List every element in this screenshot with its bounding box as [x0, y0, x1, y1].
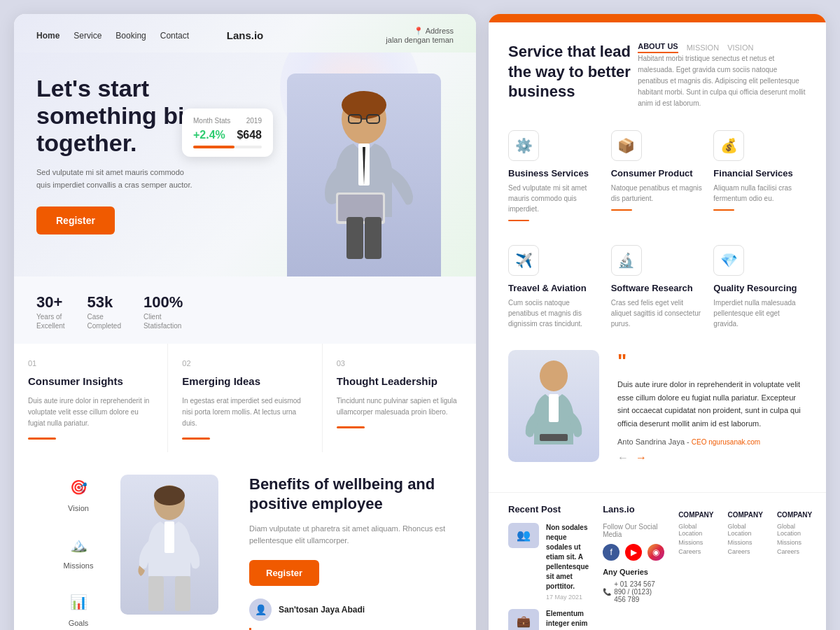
card-desc-2: Tincidunt nunc pulvinar sapien et ligula…	[337, 396, 462, 418]
prev-arrow-button[interactable]: ←	[617, 451, 629, 464]
tab-about-us[interactable]: ABOUT US	[638, 42, 678, 53]
service-divider-2	[713, 209, 734, 211]
query-phone: 📞 + 01 234 567 890 / (0123) 456 789	[603, 580, 664, 603]
testimonial-author: 👤 San'tosan Jaya Abadi	[249, 598, 454, 621]
footer-col-title-0: COMPANY	[678, 511, 713, 519]
youtube-icon[interactable]: ▶	[625, 544, 642, 561]
recent-posts: Recent Post 👥 Non sodales neque sodales …	[508, 504, 589, 630]
svg-rect-9	[365, 217, 382, 259]
post-info-1: Elementum integer enim neque volutpat ac…	[546, 609, 589, 630]
hero-person-svg	[301, 77, 427, 273]
service-divider-0	[508, 220, 529, 221]
aviation-icon: ✈️	[508, 245, 539, 276]
card-title-2: Thought Leadership	[337, 374, 462, 388]
nav-contact[interactable]: Contact	[160, 31, 189, 41]
card-line-2	[337, 426, 365, 428]
benefit-goals: 📊 Goals	[36, 589, 120, 627]
phone-icon: 📞	[603, 588, 611, 596]
service-divider-1	[611, 209, 632, 211]
facebook-icon[interactable]: f	[603, 544, 620, 561]
goals-icon: 📊	[66, 589, 91, 615]
num-cases: 53k Case Completed	[88, 293, 121, 330]
card-num-0: 01	[28, 359, 153, 368]
service-business: ⚙️ Business Services Sed vulputate mi si…	[508, 123, 601, 228]
num-cases-value: 53k	[88, 293, 121, 312]
benefits-person-illustration	[120, 475, 218, 615]
service-desc-4: Cras sed felis eget velit aliquet sagitt…	[611, 298, 704, 329]
testimonial-svg	[519, 354, 589, 458]
queries-label: Any Queries	[603, 568, 664, 576]
business-services-icon: ⚙️	[508, 130, 539, 161]
post-thumb-1: 💼	[508, 609, 539, 630]
hero-subtitle: Sed vulputate mi sit amet mauris commodo…	[36, 167, 197, 191]
num-years-label2: Excellent	[36, 322, 65, 330]
svg-rect-8	[346, 217, 363, 259]
benefit-vision: 🎯 Vision	[36, 475, 120, 512]
service-desc-2: Aliquam nulla facilisi cras fermentum od…	[713, 183, 806, 204]
author-name: San'tosan Jaya Abadi	[279, 605, 365, 615]
benefits-text: Benefits of wellbeing and positive emplo…	[232, 475, 454, 631]
nav-home[interactable]: Home	[36, 31, 59, 41]
footer-col-item-10: Global Location	[728, 523, 763, 537]
testimonial-section: " Duis aute irure dolor in reprehenderit…	[508, 350, 806, 464]
num-cases-label1: Case	[88, 313, 121, 321]
card-line-0	[28, 438, 56, 440]
post-item-0: 👥 Non sodales neque sodales ut etiam sit…	[508, 523, 589, 601]
next-arrow-button[interactable]: →	[636, 451, 647, 464]
tab-mission[interactable]: MISSION	[687, 43, 719, 52]
service-name-2: Financial Services	[713, 168, 806, 178]
service-desc-0: Sed vulputate mi sit amet mauris commodo…	[508, 183, 601, 214]
service-name-1: Consumer Product	[611, 168, 704, 178]
goals-label: Goals	[69, 619, 89, 627]
post-thumb-0: 👥	[508, 523, 539, 548]
svg-point-15	[540, 360, 568, 391]
service-aviation: ✈️ Treavel & Aviation Cum sociis natoque…	[508, 238, 601, 336]
service-desc-1: Natoque penatibus et magnis dis parturie…	[611, 183, 704, 204]
nav-address: 📍Address jalan dengan teman	[386, 27, 454, 44]
footer-col-item-21: Missions	[777, 539, 812, 546]
service-name-5: Quality Resourcing	[713, 283, 806, 293]
lans-info: Lans.io Follow Our Social Media f ▶ ◉ An…	[603, 504, 664, 630]
stats-label-year: 2019	[246, 117, 262, 125]
right-panel: Service that lead the way to better busi…	[489, 14, 826, 630]
benefits-register-button[interactable]: Register	[249, 560, 319, 586]
quality-resourcing-icon: 💎	[713, 245, 744, 276]
footer-col-1: COMPANY Global Location Missions Careers	[728, 511, 763, 557]
service-grid: ⚙️ Business Services Sed vulputate mi si…	[508, 123, 806, 336]
num-years-value: 30+	[36, 293, 65, 312]
top-bar	[489, 14, 826, 22]
left-panel: Home Service Booking Contact Lans.io 📍Ad…	[14, 14, 476, 630]
card-desc-0: Duis aute irure dolor in reprehenderit i…	[28, 396, 153, 429]
service-quality: 💎 Quality Resourcing Imperdiet nulla mal…	[713, 238, 806, 336]
nav-brand: Lans.io	[227, 29, 264, 41]
service-desc-3: Cum sociis natoque penatibus et magnis d…	[508, 298, 601, 329]
footer-col-title-1: COMPANY	[728, 511, 763, 519]
missions-icon: 🏔️	[66, 532, 91, 557]
nav-service[interactable]: Service	[74, 31, 102, 41]
social-icons: f ▶ ◉	[603, 544, 664, 561]
tab-vision[interactable]: VISION	[727, 43, 753, 52]
post-info-0: Non sodales neque sodales ut etiam sit. …	[546, 523, 589, 601]
service-tabs: ABOUT US MISSION VISION	[638, 42, 806, 53]
hero-section: Let's start something big together. Sed …	[14, 52, 476, 276]
post-date-0: 17 May 2021	[546, 594, 589, 601]
stats-growth: +2.4%	[193, 129, 225, 141]
service-name-3: Treavel & Aviation	[508, 283, 601, 293]
insight-card-0: 01 Consumer Insights Duis aute irure dol…	[14, 344, 168, 452]
service-title: Service that lead the way to better busi…	[508, 42, 638, 102]
stats-bar	[193, 146, 262, 148]
footer-col-item-12: Careers	[728, 548, 763, 555]
nav-booking[interactable]: Booking	[115, 31, 146, 41]
benefits-title: Benefits of wellbeing and positive emplo…	[249, 475, 454, 514]
author-avatar: 👤	[249, 598, 272, 621]
software-research-icon: 🔬	[611, 245, 642, 276]
insight-card-2: 03 Thought Leadership Tincidunt nunc pul…	[323, 344, 476, 452]
instagram-icon[interactable]: ◉	[648, 544, 664, 561]
register-button[interactable]: Register	[36, 206, 115, 234]
post-title-1: Elementum integer enim neque volutpat ac…	[546, 609, 589, 630]
card-num-2: 03	[337, 359, 462, 368]
person2-svg	[131, 478, 208, 611]
benefits-section: 🎯 Vision 🏔️ Missions 📊 Goals	[14, 452, 476, 631]
nav-links: Home Service Booking Contact	[36, 31, 189, 41]
financial-services-icon: 💰	[713, 130, 744, 161]
